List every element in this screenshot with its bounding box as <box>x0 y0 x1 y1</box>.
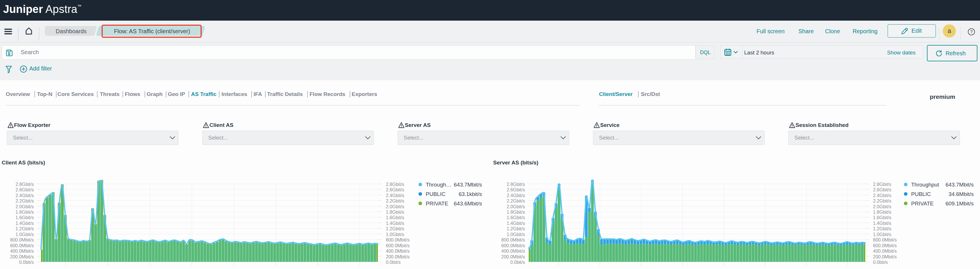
svg-text:800.0Mbit/s: 800.0Mbit/s <box>501 237 525 242</box>
svg-text:800.0Mbit/s: 800.0Mbit/s <box>10 237 34 242</box>
svg-text:63.1kbit/s: 63.1kbit/s <box>459 191 482 197</box>
svg-text:1.0Gbit/s: 1.0Gbit/s <box>16 232 34 237</box>
svg-text:800.0Mbit/s: 800.0Mbit/s <box>386 237 410 242</box>
svg-text:2.2Gbit/s: 2.2Gbit/s <box>507 199 525 203</box>
svg-text:Through…: Through… <box>426 182 452 188</box>
svg-text:643.7Mbit/s: 643.7Mbit/s <box>454 182 482 188</box>
svg-text:2.8Gbit/s: 2.8Gbit/s <box>386 182 404 187</box>
svg-text:2.2Gbit/s: 2.2Gbit/s <box>16 199 34 203</box>
svg-text:PUBLIC: PUBLIC <box>426 191 445 197</box>
svg-text:800.0Mbit/s: 800.0Mbit/s <box>873 237 897 242</box>
svg-text:200.0Mbit/s: 200.0Mbit/s <box>501 255 525 259</box>
svg-text:400.0Mbit/s: 400.0Mbit/s <box>501 248 525 253</box>
svg-text:1.0Gbit/s: 1.0Gbit/s <box>507 232 525 237</box>
svg-text:2.4Gbit/s: 2.4Gbit/s <box>16 193 34 198</box>
svg-text:1.6Gbit/s: 1.6Gbit/s <box>386 215 404 220</box>
svg-text:400.0Mbit/s: 400.0Mbit/s <box>873 248 897 253</box>
svg-text:600.0Mbit/s: 600.0Mbit/s <box>386 243 410 248</box>
svg-text:1.8Gbit/s: 1.8Gbit/s <box>507 210 525 215</box>
svg-text:1.6Gbit/s: 1.6Gbit/s <box>16 215 34 220</box>
svg-text:2.6Gbit/s: 2.6Gbit/s <box>386 187 404 192</box>
svg-text:600.0Mbit/s: 600.0Mbit/s <box>501 243 525 248</box>
svg-text:2.6Gbit/s: 2.6Gbit/s <box>16 187 34 192</box>
svg-text:2.8Gbit/s: 2.8Gbit/s <box>507 182 525 187</box>
svg-text:1.2Gbit/s: 1.2Gbit/s <box>507 226 525 231</box>
svg-text:0.0bit/s: 0.0bit/s <box>873 260 888 265</box>
svg-text:1.0Gbit/s: 1.0Gbit/s <box>873 232 891 237</box>
svg-text:2.8Gbit/s: 2.8Gbit/s <box>16 182 34 187</box>
svg-text:2.4Gbit/s: 2.4Gbit/s <box>386 193 404 198</box>
svg-text:200.0Mbit/s: 200.0Mbit/s <box>386 255 410 259</box>
svg-text:0.0bit/s: 0.0bit/s <box>19 260 34 265</box>
svg-text:400.0Mbit/s: 400.0Mbit/s <box>386 248 410 253</box>
svg-text:400.0Mbit/s: 400.0Mbit/s <box>10 248 34 253</box>
svg-text:609.1Mbit/s: 609.1Mbit/s <box>946 201 974 207</box>
svg-text:0.0bit/s: 0.0bit/s <box>510 260 525 265</box>
svg-text:PRIVATE: PRIVATE <box>426 201 448 207</box>
svg-text:2.6Gbit/s: 2.6Gbit/s <box>873 187 891 192</box>
svg-text:2.4Gbit/s: 2.4Gbit/s <box>873 193 891 198</box>
svg-text:1.4Gbit/s: 1.4Gbit/s <box>16 221 34 226</box>
svg-text:1.2Gbit/s: 1.2Gbit/s <box>386 226 404 231</box>
svg-text:2.8Gbit/s: 2.8Gbit/s <box>873 182 891 187</box>
svg-text:1.4Gbit/s: 1.4Gbit/s <box>507 221 525 226</box>
svg-text:2.2Gbit/s: 2.2Gbit/s <box>873 199 891 203</box>
svg-text:2.0Gbit/s: 2.0Gbit/s <box>507 204 525 209</box>
svg-text:2.2Gbit/s: 2.2Gbit/s <box>386 199 404 203</box>
svg-text:1.4Gbit/s: 1.4Gbit/s <box>873 221 891 226</box>
svg-text:0.0bit/s: 0.0bit/s <box>386 260 401 265</box>
svg-text:PRIVATE: PRIVATE <box>911 201 934 207</box>
svg-text:1.6Gbit/s: 1.6Gbit/s <box>507 215 525 220</box>
svg-text:200.0Mbit/s: 200.0Mbit/s <box>10 255 34 259</box>
svg-text:Throughput: Throughput <box>911 182 939 188</box>
svg-text:600.0Mbit/s: 600.0Mbit/s <box>873 243 897 248</box>
svg-text:1.8Gbit/s: 1.8Gbit/s <box>386 210 404 215</box>
svg-text:2.4Gbit/s: 2.4Gbit/s <box>507 193 525 198</box>
svg-text:600.0Mbit/s: 600.0Mbit/s <box>10 243 34 248</box>
svg-text:1.6Gbit/s: 1.6Gbit/s <box>873 215 891 220</box>
svg-text:2.0Gbit/s: 2.0Gbit/s <box>16 204 34 209</box>
svg-text:2.6Gbit/s: 2.6Gbit/s <box>507 187 525 192</box>
svg-text:1.0Gbit/s: 1.0Gbit/s <box>386 232 404 237</box>
svg-text:PUBLIC: PUBLIC <box>911 191 931 197</box>
svg-text:200.0Mbit/s: 200.0Mbit/s <box>873 255 897 259</box>
svg-text:1.8Gbit/s: 1.8Gbit/s <box>873 210 891 215</box>
svg-text:1.2Gbit/s: 1.2Gbit/s <box>873 226 891 231</box>
svg-text:643.7Mbit/s: 643.7Mbit/s <box>946 182 974 188</box>
svg-text:1.8Gbit/s: 1.8Gbit/s <box>16 210 34 215</box>
svg-text:2.0Gbit/s: 2.0Gbit/s <box>386 204 404 209</box>
svg-text:2.0Gbit/s: 2.0Gbit/s <box>873 204 891 209</box>
svg-text:643.6Mbit/s: 643.6Mbit/s <box>454 201 482 207</box>
svg-text:1.2Gbit/s: 1.2Gbit/s <box>16 226 34 231</box>
svg-text:34.6Mbit/s: 34.6Mbit/s <box>948 191 974 197</box>
svg-text:1.4Gbit/s: 1.4Gbit/s <box>386 221 404 226</box>
